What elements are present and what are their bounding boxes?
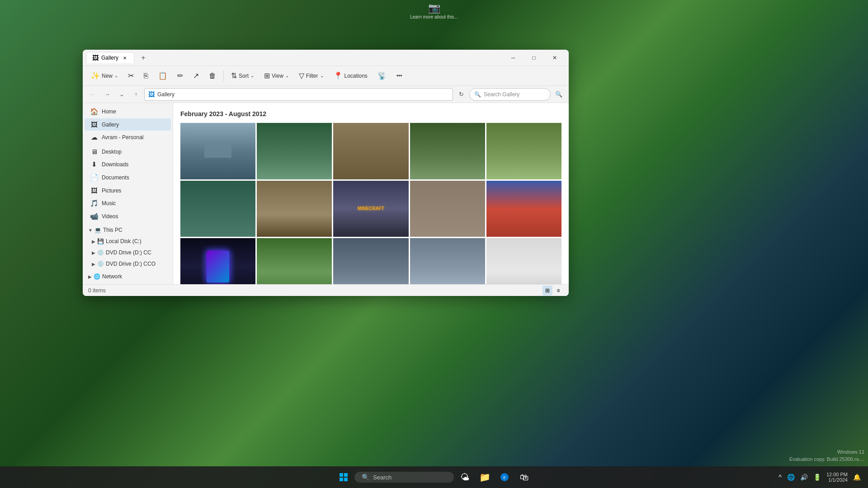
clock[interactable]: 12:00 PM 1/1/2024 (826, 472, 848, 483)
new-chevron: ⌄ (114, 73, 118, 78)
taskbar-search-text: Search (373, 474, 392, 481)
copy-button[interactable]: ⎘ (139, 69, 153, 83)
new-label: New (102, 73, 113, 79)
gallery-tab[interactable]: 🖼 Gallery ✕ (86, 52, 134, 63)
dvd-cco-expand[interactable]: ▶ 💿 DVD Drive (D:) CCO (88, 258, 171, 269)
photo-cell-14[interactable] (410, 238, 485, 284)
gallery-tab-close[interactable]: ✕ (121, 54, 128, 61)
photo-cell-4[interactable] (410, 123, 485, 179)
new-button[interactable]: ✨ New ⌄ (86, 69, 123, 83)
toolbar-sep-1 (223, 70, 224, 81)
start-button[interactable] (335, 468, 353, 486)
sort-chevron: ⌄ (250, 73, 254, 78)
view-button[interactable]: ⊞ View ⌄ (259, 69, 293, 83)
rename-button[interactable]: ✏ (173, 69, 188, 83)
dropdown-button[interactable]: ⌄ (115, 88, 128, 101)
sidebar-item-downloads[interactable]: ⬇ Downloads 📌 (85, 158, 171, 171)
sort-button[interactable]: ⇅ Sort ⌄ (226, 69, 259, 83)
more-icon: ••• (396, 73, 402, 79)
view-chevron: ⌄ (285, 73, 289, 78)
search-placeholder: Search Gallery (484, 91, 519, 98)
clock-time: 12:00 PM (826, 472, 848, 477)
taskbar-widgets[interactable]: 🌤 (456, 468, 474, 486)
share-button[interactable]: ↗ (189, 69, 203, 83)
sidebar-item-label: Home (102, 108, 116, 115)
photo-cell-13[interactable] (333, 238, 408, 284)
taskbar: 🔍 Search 🌤 📁 e 🛍 ^ 🌐 🔊 🔋 12:00 PM 1/1/20… (0, 466, 868, 488)
maximize-button[interactable]: □ (524, 50, 544, 66)
tray-battery[interactable]: 🔋 (811, 472, 823, 483)
sidebar-item-documents[interactable]: 📄 Documents 📌 (85, 171, 171, 184)
sidebar-item-label: Downloads (102, 161, 128, 168)
photo-cell-3[interactable] (333, 123, 408, 179)
taskbar-search[interactable]: 🔍 Search (354, 472, 454, 483)
address-bar[interactable]: 🖼 Gallery (144, 88, 453, 101)
taskbar-browser[interactable]: e (495, 468, 514, 486)
toolbar: ✨ New ⌄ ✂ ⎘ 📋 ✏ ↗ 🗑 ⇅ Sort ⌄ ⊞ View (83, 66, 569, 86)
photo-cell-2[interactable] (257, 123, 332, 179)
photo-cell-6[interactable] (180, 181, 255, 237)
tray-expand[interactable]: ^ (777, 472, 783, 483)
photo-cell-5[interactable] (486, 123, 561, 179)
paste-button[interactable]: 📋 (154, 69, 172, 83)
sidebar-item-pictures[interactable]: 🖼 Pictures 📌 (85, 184, 171, 197)
svg-text:e: e (503, 474, 505, 480)
sidebar-item-desktop[interactable]: 🖥 Desktop 📌 (85, 145, 171, 158)
search-box[interactable]: 🔍 Search Gallery (469, 88, 551, 101)
svg-rect-0 (340, 473, 343, 477)
notification-center[interactable]: 🔔 (851, 472, 863, 483)
list-view-button[interactable]: ≡ (553, 286, 563, 296)
filter-button[interactable]: ▽ Filter ⌄ (294, 69, 328, 83)
taskbar-search-icon: 🔍 (362, 474, 369, 481)
this-pc-expand[interactable]: ▼ 💻 This PC (85, 225, 171, 235)
grid-view-button[interactable]: ⊞ (542, 286, 552, 296)
sidebar-item-gallery[interactable]: 🖼 Gallery (85, 118, 171, 131)
this-pc-icon: 💻 (94, 227, 101, 233)
photo-grid-row3 (180, 238, 561, 284)
back-button[interactable]: ← (86, 88, 99, 101)
close-button[interactable]: ✕ (544, 50, 565, 66)
pictures-icon: 🖼 (90, 187, 98, 194)
forward-button[interactable]: → (101, 88, 113, 101)
more-button[interactable]: ••• (392, 70, 407, 82)
local-disk-expand[interactable]: ▶ 💾 Local Disk (C:) (88, 236, 171, 247)
photo-cell-7[interactable] (257, 181, 332, 237)
photo-cell-8[interactable]: MINECRAFT (333, 181, 408, 237)
new-tab-button[interactable]: + (137, 52, 150, 64)
share-live-button[interactable]: 📡 (373, 69, 391, 83)
sort-label: Sort (239, 73, 249, 79)
filter-label: Filter (306, 73, 318, 79)
sidebar-item-videos[interactable]: 📹 Videos 📌 (85, 210, 171, 223)
gallery-date-header: February 2023 - August 2012 (180, 110, 561, 117)
sidebar-item-avram[interactable]: ☁ Avram - Personal (85, 131, 171, 144)
bottom-bar: 0 items ⊞ ≡ (83, 284, 569, 296)
photo-cell-9[interactable] (410, 181, 485, 237)
network-section: ▶ 🌐 Network (83, 271, 173, 282)
taskbar-store[interactable]: 🛍 (515, 468, 533, 486)
sidebar-item-home[interactable]: 🏠 Home (85, 105, 171, 118)
svg-rect-3 (344, 478, 348, 481)
dvd-cco-label: DVD Drive (D:) CCO (106, 261, 156, 267)
network-expand[interactable]: ▶ 🌐 Network (85, 271, 171, 282)
sidebar-item-music[interactable]: 🎵 Music 📌 (85, 197, 171, 210)
this-pc-drives: ▶ 💾 Local Disk (C:) ▶ 💿 DVD Drive (D:) C… (83, 236, 173, 269)
local-disk-arrow: ▶ (92, 239, 95, 244)
locations-button[interactable]: 📍 Locations (329, 69, 372, 83)
photo-cell-1[interactable] (180, 123, 255, 179)
taskbar-explorer[interactable]: 📁 (476, 468, 494, 486)
this-pc-section: ▼ 💻 This PC ▶ 💾 Local Disk (C:) ▶ 💿 DVD … (83, 225, 173, 269)
refresh-button[interactable]: ↻ (455, 88, 467, 101)
cloud-icon: ☁ (90, 133, 98, 141)
up-button[interactable]: ↑ (130, 88, 142, 101)
search-options-button[interactable]: 🔍 (552, 88, 565, 101)
photo-cell-15[interactable] (486, 238, 561, 284)
dvd-cc-expand[interactable]: ▶ 💿 DVD Drive (D:) CC (88, 247, 171, 258)
cut-button[interactable]: ✂ (123, 69, 138, 83)
tray-network[interactable]: 🌐 (785, 472, 797, 483)
photo-cell-11[interactable] (180, 238, 255, 284)
photo-cell-12[interactable] (257, 238, 332, 284)
delete-button[interactable]: 🗑 (204, 69, 221, 83)
photo-cell-10[interactable] (486, 181, 561, 237)
minimize-button[interactable]: ─ (503, 50, 524, 66)
tray-volume[interactable]: 🔊 (798, 472, 810, 483)
